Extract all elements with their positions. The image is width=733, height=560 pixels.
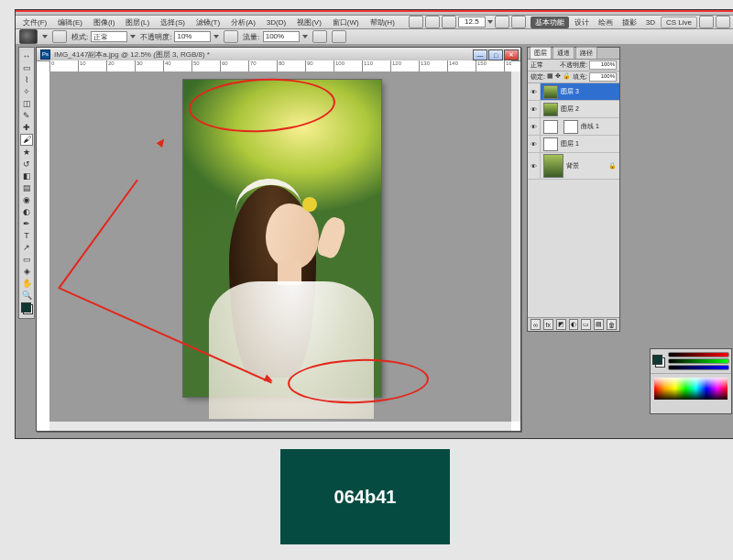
tab-channels[interactable]: 通道: [552, 47, 574, 59]
workspace-photo[interactable]: 摄影: [618, 16, 640, 28]
tab-layers[interactable]: 图层: [530, 47, 552, 59]
layer-thumbnail[interactable]: [543, 120, 558, 134]
close-button[interactable]: ✕: [504, 49, 519, 60]
search-icon[interactable]: [699, 16, 714, 28]
3d-tool[interactable]: ◈: [21, 266, 33, 277]
workspace-3d[interactable]: 3D: [642, 17, 659, 27]
blend-mode-select[interactable]: 正常: [91, 31, 127, 42]
layer-row[interactable]: 👁图层 1: [528, 136, 619, 153]
gradient-tool[interactable]: ▤: [21, 182, 33, 193]
zoom-tool[interactable]: 🔍: [21, 290, 33, 301]
new-layer-icon[interactable]: ▤: [594, 319, 604, 330]
type-tool[interactable]: T: [21, 230, 33, 241]
view-extras-icon[interactable]: [442, 16, 456, 28]
hand-tool[interactable]: ✋: [21, 278, 33, 289]
crop-tool[interactable]: ◫: [21, 98, 33, 109]
layer-thumbnail[interactable]: [543, 154, 563, 178]
menu-select[interactable]: 选择(S): [156, 16, 190, 28]
blur-tool[interactable]: ◉: [21, 194, 33, 205]
color-spectrum[interactable]: [654, 378, 728, 400]
zoom-input[interactable]: 12.5: [458, 16, 486, 27]
lasso-tool[interactable]: ⌇: [21, 74, 33, 85]
brush-preset-icon[interactable]: [19, 29, 38, 44]
workspace-painting[interactable]: 绘画: [595, 16, 617, 28]
canvas[interactable]: [49, 71, 511, 422]
airbrush-icon[interactable]: [312, 30, 327, 43]
layer-style-icon[interactable]: fx: [543, 319, 553, 330]
stamp-tool[interactable]: ★: [21, 147, 33, 158]
menu-edit[interactable]: 编辑(E): [53, 16, 87, 28]
layer-row[interactable]: 👁图层 3: [528, 83, 619, 101]
flow-input[interactable]: 100%: [263, 31, 300, 42]
adjustment-layer-icon[interactable]: ◐: [569, 319, 579, 330]
launch-bridge-icon[interactable]: [409, 16, 423, 28]
workspace-essentials[interactable]: 基本功能: [531, 16, 569, 28]
layer-mask-icon[interactable]: ◩: [556, 319, 566, 330]
minimize-button[interactable]: —: [473, 49, 487, 60]
layer-name[interactable]: 图层 2: [561, 104, 579, 114]
lock-pixels-icon[interactable]: ▦: [547, 72, 553, 82]
pen-tool[interactable]: ✒: [21, 218, 33, 229]
layer-name[interactable]: 背景: [566, 161, 579, 170]
layer-thumbnail[interactable]: [543, 137, 558, 151]
layer-row[interactable]: 👁图层 2: [528, 101, 619, 118]
delete-layer-icon[interactable]: 🗑: [607, 319, 617, 330]
arrange-docs-icon[interactable]: [495, 16, 509, 28]
visibility-icon[interactable]: 👁: [528, 153, 541, 179]
visibility-icon[interactable]: 👁: [528, 118, 541, 135]
g-slider[interactable]: [668, 358, 729, 364]
path-tool[interactable]: ↗: [21, 242, 33, 253]
visibility-icon[interactable]: 👁: [528, 83, 541, 100]
history-brush-tool[interactable]: ↺: [21, 159, 33, 170]
visibility-icon[interactable]: 👁: [528, 136, 541, 152]
lock-position-icon[interactable]: ✥: [555, 72, 561, 82]
collapse-icon[interactable]: [716, 16, 730, 28]
menu-image[interactable]: 图像(I): [89, 16, 120, 28]
layer-fill-input[interactable]: 100%: [589, 72, 617, 82]
layer-thumbnail[interactable]: [543, 85, 558, 99]
group-icon[interactable]: ▭: [581, 319, 591, 330]
chevron-down-icon[interactable]: [302, 35, 308, 38]
workspace-design[interactable]: 设计: [571, 16, 593, 28]
document-titlebar[interactable]: Ps IMG_4147副本a.jpg @ 12.5% (图层 3, RGB/8)…: [37, 48, 520, 61]
brush-tool[interactable]: 🖌: [20, 134, 33, 146]
scrollbar-vertical[interactable]: [510, 71, 520, 422]
link-layers-icon[interactable]: ∞: [531, 319, 541, 330]
eyedropper-tool[interactable]: ✎: [21, 110, 33, 121]
chevron-down-icon[interactable]: [42, 35, 48, 38]
layer-name[interactable]: 图层 3: [561, 87, 579, 96]
rgb-sliders[interactable]: [668, 352, 729, 370]
marquee-tool[interactable]: ▭: [21, 62, 33, 73]
opacity-input[interactable]: 10%: [174, 31, 211, 42]
r-slider[interactable]: [668, 352, 729, 357]
launch-minibridge-icon[interactable]: [425, 16, 440, 28]
layer-row[interactable]: 👁背景🔒: [528, 153, 619, 180]
menu-3d[interactable]: 3D(D): [262, 17, 290, 27]
visibility-icon[interactable]: 👁: [528, 101, 541, 117]
move-tool[interactable]: ↔: [21, 50, 33, 61]
layer-list-empty[interactable]: [528, 180, 619, 317]
healing-tool[interactable]: ✚: [21, 122, 33, 133]
ruler-vertical[interactable]: [37, 71, 50, 422]
menu-file[interactable]: 文件(F): [18, 16, 51, 28]
layer-name[interactable]: 曲线 1: [581, 122, 599, 131]
layer-opacity-input[interactable]: 100%: [589, 60, 617, 70]
layer-thumbnail[interactable]: [543, 103, 558, 116]
layer-row[interactable]: 👁曲线 1: [528, 118, 619, 136]
wand-tool[interactable]: ✧: [21, 86, 33, 97]
tab-paths[interactable]: 路径: [575, 47, 597, 59]
menu-layer[interactable]: 图层(L): [121, 16, 154, 28]
menu-window[interactable]: 窗口(W): [328, 16, 364, 28]
chevron-down-icon[interactable]: [130, 35, 136, 38]
menu-analysis[interactable]: 分析(A): [226, 16, 260, 28]
chevron-down-icon[interactable]: [213, 35, 219, 38]
eraser-tool[interactable]: ◧: [21, 170, 33, 181]
pressure-opacity-icon[interactable]: [224, 30, 238, 43]
b-slider[interactable]: [668, 365, 729, 370]
scrollbar-horizontal[interactable]: [49, 421, 511, 431]
shape-tool[interactable]: ▭: [21, 254, 33, 265]
chevron-down-icon[interactable]: [487, 20, 493, 24]
cslive-button[interactable]: CS Live: [661, 16, 697, 28]
menu-help[interactable]: 帮助(H): [366, 16, 399, 28]
lock-all-icon[interactable]: 🔒: [563, 72, 571, 82]
